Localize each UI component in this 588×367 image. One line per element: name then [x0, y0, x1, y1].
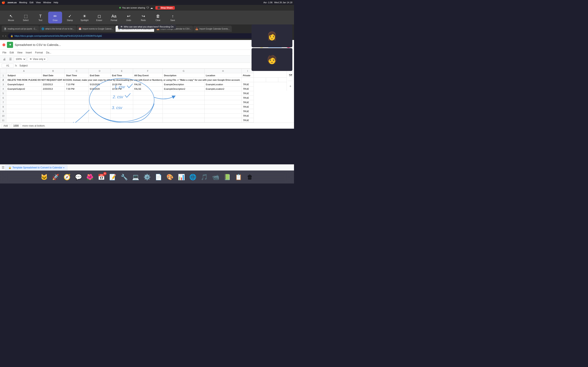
- cell-r5-c4[interactable]: [88, 91, 111, 96]
- dock-terminal[interactable]: 💻: [131, 172, 140, 182]
- menu-help[interactable]: Help: [54, 1, 58, 4]
- filter-button[interactable]: ☰: [8, 57, 13, 62]
- cell-r2-c2[interactable]: [242, 78, 254, 82]
- cell-r7-c7[interactable]: [163, 100, 205, 105]
- cell-r4-c4[interactable]: 5/16/2020: [88, 87, 111, 91]
- forward-button[interactable]: ›: [5, 34, 6, 38]
- browser-tab-tab1[interactable]: 📓 reading-excel-cal-tyo.ipynb - C...: [2, 26, 39, 32]
- cell-r4-c1[interactable]: ExampleSubject2: [6, 87, 42, 91]
- cell-r11-c3[interactable]: [65, 118, 89, 123]
- col-header-D[interactable]: D: [88, 69, 111, 73]
- cell-r8-c8[interactable]: [205, 105, 242, 109]
- cell-r10-c5[interactable]: [111, 114, 133, 118]
- dock-photos[interactable]: 🌺: [85, 172, 95, 182]
- tool-mouse-button[interactable]: ↖ Mouse: [4, 12, 18, 24]
- cell-r7-c8[interactable]: [205, 100, 242, 105]
- cell-r3-c1[interactable]: ExampleSubject: [6, 82, 42, 87]
- cell-r10-c3[interactable]: [65, 114, 89, 118]
- cell-reference[interactable]: A1: [2, 64, 14, 68]
- cell-r7-c1[interactable]: [6, 100, 42, 105]
- tool-eraser-button[interactable]: ◻ Eraser: [92, 12, 106, 24]
- cell-r5-c5[interactable]: [111, 91, 133, 96]
- cell-r9-c2[interactable]: [42, 109, 65, 114]
- sheets-menu-view[interactable]: View: [17, 51, 22, 54]
- url-bar[interactable]: 🔒 https://docs.google.com/spreadsheets/d…: [8, 33, 277, 39]
- col-header-G[interactable]: G: [163, 69, 205, 73]
- cell-r1-c1[interactable]: Subject: [6, 73, 42, 78]
- cell-r5-c2[interactable]: [42, 91, 65, 96]
- cell-r8-c9[interactable]: TRUE: [242, 105, 254, 109]
- cell-r1-c6[interactable]: All Day Event: [133, 73, 163, 78]
- cell-r6-c8[interactable]: [205, 96, 242, 100]
- col-header-C[interactable]: C: [65, 69, 89, 73]
- cell-r3-c4[interactable]: 5/15/2020: [88, 82, 111, 87]
- cell-r5-c7[interactable]: [163, 91, 205, 96]
- cell-r7-c5[interactable]: [111, 100, 133, 105]
- col-header-H[interactable]: H: [205, 69, 242, 73]
- dock-notes[interactable]: 📝: [108, 172, 118, 182]
- dock-system-prefs[interactable]: ⚙️: [142, 172, 152, 182]
- cell-r10-c2[interactable]: [42, 114, 65, 118]
- document-title[interactable]: Spreadsheet to CSV to Calenda...: [15, 43, 257, 47]
- cell-r6-c5[interactable]: [111, 96, 133, 100]
- dock-calendar[interactable]: 📅6: [96, 172, 106, 182]
- menu-view[interactable]: View: [36, 1, 41, 4]
- cell-r8-c7[interactable]: [163, 105, 205, 109]
- print-button[interactable]: 🖨: [2, 57, 7, 62]
- tool-stamp-button[interactable]: ✓ Stamp: [63, 12, 77, 24]
- row-num-7[interactable]: 7: [0, 100, 6, 105]
- row-num-11[interactable]: 11: [0, 118, 6, 123]
- dock-safari[interactable]: 🧭: [62, 172, 72, 182]
- cell-r7-c2[interactable]: [42, 100, 65, 105]
- cell-r10-c9[interactable]: TRUE: [242, 114, 254, 118]
- cell-r11-c1[interactable]: [6, 118, 42, 123]
- cell-r5-c9[interactable]: TRUE: [242, 91, 254, 96]
- cell-r6-c3[interactable]: [65, 96, 89, 100]
- row-num-5[interactable]: 5: [0, 91, 6, 96]
- col-header-B[interactable]: B: [42, 69, 65, 73]
- cell-r4-c7[interactable]: ExampleDescription2: [163, 87, 205, 91]
- cell-r4-c9[interactable]: TRUE: [242, 87, 254, 91]
- browser-tab-tab6[interactable]: 📥 Import Google Calendar Events...: [193, 26, 232, 32]
- tool-clear-button[interactable]: 🗑 Clear: [151, 12, 165, 24]
- dock-configurator[interactable]: 🔧: [119, 172, 129, 182]
- stop-share-button[interactable]: ⬛ Stop Share: [155, 6, 175, 9]
- sheet-list-button[interactable]: ☰: [2, 166, 4, 169]
- cell-r9-c3[interactable]: [65, 109, 89, 114]
- tool-select-button[interactable]: ⬚ Select: [19, 12, 33, 24]
- col-header-A[interactable]: A: [6, 69, 42, 73]
- cell-r1-c3[interactable]: Start Time: [65, 73, 89, 78]
- cell-r5-c8[interactable]: [205, 91, 242, 96]
- cell-r9-c9[interactable]: TRUE: [242, 109, 254, 114]
- col-header-F[interactable]: F: [133, 69, 163, 73]
- cell-r11-c5[interactable]: [111, 118, 133, 123]
- cell-r3-c8[interactable]: ExampleLocation: [205, 82, 242, 87]
- cell-r1-c5[interactable]: End Time: [111, 73, 133, 78]
- dock-clips[interactable]: 📋: [233, 172, 243, 182]
- cell-r8-c3[interactable]: [65, 105, 89, 109]
- row-num-3[interactable]: 3: [0, 82, 6, 87]
- menu-meeting[interactable]: Meeting: [19, 1, 27, 4]
- cell-r3-c6[interactable]: FALSE: [133, 82, 163, 87]
- sheet-tab-tab1[interactable]: 🔒Template Spreadsheet to Convert to Cale…: [5, 165, 67, 170]
- cell-r6-c1[interactable]: [6, 96, 42, 100]
- cell-r9-c5[interactable]: [111, 109, 133, 114]
- cell-r2-c4[interactable]: [266, 78, 278, 82]
- app-name[interactable]: zoom.us: [8, 1, 17, 4]
- cell-r3-c7[interactable]: ExampleDescription: [163, 82, 205, 87]
- dock-trash[interactable]: 🗑: [245, 172, 255, 182]
- cell-r9-c7[interactable]: [163, 109, 205, 114]
- dock-music[interactable]: 🎵: [199, 172, 209, 182]
- cell-r6-c2[interactable]: [42, 96, 65, 100]
- cell-r6-c4[interactable]: [88, 96, 111, 100]
- cell-r1-c9[interactable]: Private: [242, 73, 254, 78]
- cell-r9-c8[interactable]: [205, 109, 242, 114]
- back-button[interactable]: ‹: [2, 34, 3, 38]
- sheets-menu-insert[interactable]: Insert: [26, 51, 32, 54]
- zoom-selector[interactable]: 100% 75% 125%: [14, 57, 26, 62]
- dock-finder[interactable]: 🐱: [39, 172, 49, 182]
- cell-r3-c3[interactable]: 7:10 PM: [65, 82, 89, 87]
- view-only-badge[interactable]: 👁 View only ▾: [27, 57, 48, 61]
- cell-r7-c9[interactable]: TRUE: [242, 100, 254, 105]
- tool-save-button[interactable]: ↑ Save: [166, 12, 180, 24]
